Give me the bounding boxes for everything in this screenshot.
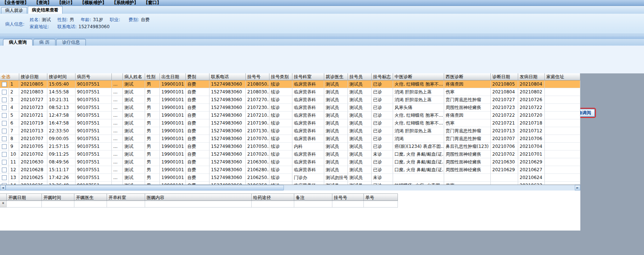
row-checkbox[interactable] <box>2 97 7 102</box>
table-row[interactable]: 122021062815:11:1790107551...测试男19900101… <box>0 166 580 174</box>
row-checkbox[interactable] <box>2 160 7 165</box>
row-checkbox[interactable] <box>2 129 7 133</box>
column-header-15[interactable]: 中医诊断 <box>393 73 444 80</box>
row-cell-2: 90107551 <box>76 96 112 104</box>
column-header-2[interactable]: 病历号 <box>76 73 112 80</box>
row-cell-15: 红蝴蝶疮, 火疳, 火毒困... <box>393 182 444 185</box>
column-header-12[interactable]: 就诊医生 <box>324 73 348 80</box>
table-row[interactable]: 12021080515:05:4090107551...测试男19900101自… <box>0 80 580 88</box>
row-checkbox[interactable] <box>2 152 7 157</box>
column-header-9[interactable]: 挂号号 <box>246 73 269 80</box>
table-row[interactable]: 72021071322:33:5090107551...测试男19900101自… <box>0 127 580 135</box>
row-number-cell: 5 <box>9 112 19 119</box>
column-header-14[interactable]: 挂号标志 <box>372 73 393 80</box>
row-cell-16: 周围性面神经瘫痪 <box>444 158 491 166</box>
column-header-1[interactable]: 接诊时间 <box>47 73 76 80</box>
row-checkbox[interactable] <box>2 136 7 141</box>
column-header-8[interactable]: 联系电话 <box>209 73 246 80</box>
row-checkbox[interactable] <box>2 144 7 149</box>
row-number-cell: 1 <box>9 80 19 88</box>
menu-item-2[interactable]: 【统计】 <box>57 0 75 6</box>
column-header-6[interactable]: 出生日期 <box>160 73 186 80</box>
sub-tab-1[interactable]: 病 历 <box>33 39 56 46</box>
row-cell-7: 自费 <box>186 135 209 143</box>
table-row[interactable]: 42021072308:52:1390107551...测试男19900101自… <box>0 104 580 112</box>
menu-item-4[interactable]: 【系统维护】 <box>112 0 138 6</box>
table-row[interactable]: 112021063008:49:5690107551...测试男19900101… <box>0 158 580 166</box>
row-cell-1: 17:42:26 <box>47 174 76 182</box>
column-header-16[interactable]: 西医诊断 <box>444 73 491 80</box>
sub-tab-0[interactable]: 病人查询 <box>3 39 33 46</box>
table-row[interactable]: 82021070709:00:0590107551...测试男19900101自… <box>0 135 580 143</box>
column-header-5[interactable]: 性别 <box>145 73 160 80</box>
column-header-19[interactable]: 家庭住址 <box>545 73 580 80</box>
scroll-left-icon[interactable]: ◄ <box>0 185 6 191</box>
menu-item-1[interactable]: 【查询】 <box>34 0 52 6</box>
row-cell-15: 消渴 肝胆湿热上蒸 <box>393 96 444 104</box>
table-row[interactable]: 142021062513:36:4890107551...测试男19900101… <box>0 182 580 185</box>
orders-column-header-0[interactable]: 开嘱日期 <box>7 193 42 201</box>
orders-column-header-1[interactable]: 开嘱时间 <box>42 193 74 201</box>
row-checkbox[interactable] <box>2 175 7 180</box>
window-tab-1[interactable]: 病史结果查看 <box>28 6 63 14</box>
row-cell-17: 20210706 <box>491 143 518 150</box>
column-header-0[interactable]: 接诊日期 <box>19 73 47 80</box>
row-cell-11: 临床营养科 <box>292 150 324 158</box>
row-checkbox[interactable] <box>2 90 7 95</box>
row-checkbox[interactable] <box>2 105 7 110</box>
column-header-11[interactable]: 挂号科室 <box>292 73 324 80</box>
menu-item-0[interactable]: 【业务管理】 <box>2 0 29 6</box>
row-cell-6: 19900101 <box>160 135 186 143</box>
column-header-3[interactable] <box>112 73 123 80</box>
menu-item-3[interactable]: 【模板维护】 <box>80 0 107 6</box>
horizontal-scrollbar[interactable]: ◄ ► <box>0 185 580 191</box>
results-grid: 全选接诊日期接诊时间病历号病人姓名性别出生日期费别联系电话挂号号挂号类别挂号科室… <box>0 73 580 185</box>
row-cell-5: 男 <box>145 150 160 158</box>
row-cell-9: 2107270... <box>246 96 269 104</box>
select-all-header[interactable]: 全选 <box>0 73 19 80</box>
orders-column-header-7[interactable]: 挂号号 <box>332 193 364 201</box>
column-header-17[interactable]: 诊断日期 <box>491 73 518 80</box>
table-row[interactable]: 102021070209:11:2590107551...测试男19900101… <box>0 150 580 158</box>
row-checkbox[interactable] <box>2 168 7 172</box>
table-row[interactable]: 62021071916:47:5890107551...测试男19900101自… <box>0 119 580 127</box>
column-header-10[interactable]: 挂号类别 <box>269 73 292 80</box>
column-header-7[interactable]: 费别 <box>186 73 209 80</box>
scrollbar-thumb[interactable] <box>6 185 284 191</box>
scroll-right-icon[interactable]: ► <box>575 185 580 191</box>
menu-item-5[interactable]: 【窗口】 <box>144 0 161 6</box>
row-checkbox[interactable] <box>2 82 7 87</box>
row-cell-13: 测试员 <box>348 119 372 127</box>
row-checkbox[interactable] <box>2 113 7 118</box>
sub-tab-2[interactable]: 诊疗信息 <box>56 39 86 46</box>
table-row[interactable]: 32021072710:21:3190107551...测试男19900101自… <box>0 96 580 104</box>
row-cell-13: 测试员 <box>348 88 372 96</box>
orders-column-header-2[interactable]: 开嘱医生 <box>74 193 107 201</box>
row-cell-9: 2108030... <box>246 88 269 96</box>
row-checkbox[interactable] <box>2 121 7 126</box>
column-header-4[interactable]: 病人姓名 <box>123 73 145 80</box>
column-header-13[interactable]: 挂号员 <box>348 73 372 80</box>
orders-column-header-5[interactable]: 给药途径 <box>252 193 294 201</box>
orders-column-header-8[interactable]: 单号 <box>364 193 398 201</box>
orders-column-header-6[interactable]: 备注 <box>294 193 332 201</box>
row-cell-8: 15274983060 <box>209 104 246 112</box>
table-row[interactable]: 132021062517:42:2690107551...测试男19900101… <box>0 174 580 182</box>
row-cell-0: 20210727 <box>19 96 47 104</box>
sub-tab-row: 病人查询病 历诊疗信息 <box>0 39 644 46</box>
orders-column-header-4[interactable]: 医嘱内容 <box>145 193 252 201</box>
window-tab-0[interactable]: 病人就诊 <box>1 7 27 14</box>
row-cell-12: 测试员 <box>324 96 348 104</box>
row-cell-0: 20210705 <box>19 143 47 150</box>
row-cell-10: 续诊 <box>269 96 292 104</box>
patient-field-label: 联系电话: <box>57 24 77 29</box>
table-row[interactable]: 22021080314:55:5890107551...测试男19900101自… <box>0 88 580 96</box>
row-cell-1: 09:11:25 <box>47 150 76 158</box>
table-row[interactable]: 52021072112:47:5890107551...测试男19900101自… <box>0 112 580 119</box>
row-cell-9: 2107130... <box>246 127 269 135</box>
table-row[interactable]: 92021070521:57:1590107551...测试男19900101自… <box>0 143 580 150</box>
column-header-18[interactable]: 发病日期 <box>518 73 545 80</box>
row-cell-1: 15:11:17 <box>47 166 76 174</box>
row-cell-5: 男 <box>145 88 160 96</box>
orders-column-header-3[interactable]: 开单科室 <box>107 193 145 201</box>
